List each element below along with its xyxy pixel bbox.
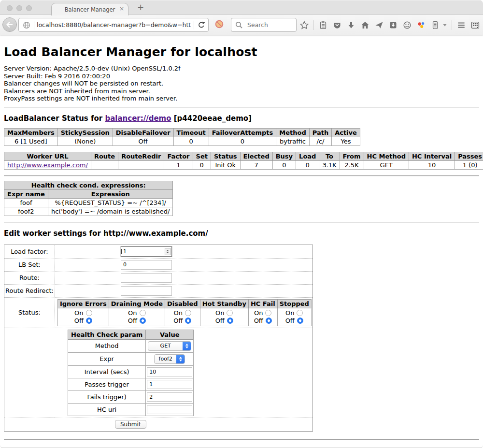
star-icon[interactable] bbox=[299, 20, 309, 30]
radio-off-ignore-errors[interactable] bbox=[86, 318, 92, 324]
expr-value: hc('body') =~ /domain is established/ bbox=[48, 207, 173, 216]
off-label: Off bbox=[128, 317, 137, 325]
color-dots-icon[interactable] bbox=[416, 20, 426, 30]
route-label: Route: bbox=[4, 271, 55, 284]
server-built-line: Server Built: Feb 9 2016 07:00:20 bbox=[4, 72, 479, 80]
passes-input[interactable] bbox=[147, 380, 192, 389]
cell-maxmembers: 6 [1 Used] bbox=[4, 137, 58, 145]
close-window-icon[interactable] bbox=[7, 5, 13, 11]
radio-on-hot-standby[interactable] bbox=[227, 310, 233, 316]
column-header: HC Interval bbox=[409, 152, 455, 160]
extension-icon[interactable] bbox=[388, 20, 398, 30]
hc-uri-input[interactable] bbox=[147, 405, 192, 414]
worker-url-link[interactable]: http://www.example.com/ bbox=[7, 161, 88, 169]
hc-params-table: Health Check param Value Method GET bbox=[68, 330, 194, 416]
minimize-window-icon[interactable] bbox=[16, 5, 22, 11]
interval-input[interactable] bbox=[147, 367, 192, 376]
url-bar[interactable]: localhost:8880/balancer-manager?b=demo&w… bbox=[18, 18, 209, 32]
load-factor-input[interactable]: 1 bbox=[121, 246, 172, 257]
radio-on-stopped[interactable] bbox=[297, 310, 303, 316]
cell-hc-method: GET bbox=[364, 160, 409, 169]
column-header: Method bbox=[276, 128, 309, 137]
lb-set-input[interactable] bbox=[121, 260, 172, 270]
select-stepper-icon bbox=[183, 341, 191, 351]
download-icon[interactable] bbox=[346, 20, 356, 30]
submit-button[interactable]: Submit bbox=[115, 420, 146, 429]
column-header: Passes bbox=[455, 152, 483, 160]
dropdown-caret-icon[interactable] bbox=[442, 23, 447, 28]
back-button[interactable] bbox=[2, 17, 17, 32]
radio-on-draining-mode[interactable] bbox=[140, 310, 146, 316]
expr-value: %{REQUEST_STATUS} =~ /^[234]/ bbox=[48, 198, 173, 207]
hc-param-row: Method GET bbox=[68, 339, 194, 352]
cell-busy: 0 bbox=[272, 160, 296, 169]
column-header: From bbox=[340, 152, 364, 160]
send-icon[interactable] bbox=[374, 20, 384, 30]
status-label: Status: bbox=[4, 297, 55, 328]
method-label: Method bbox=[68, 339, 146, 352]
reading-list-icon[interactable] bbox=[318, 20, 328, 30]
page-title: Load Balancer Manager for localhost bbox=[4, 45, 479, 59]
expr-select[interactable]: foof2 bbox=[154, 354, 185, 364]
radio-off-draining-mode[interactable] bbox=[140, 318, 146, 324]
column-header: Draining Mode bbox=[109, 299, 165, 308]
smiley-icon[interactable] bbox=[402, 20, 412, 30]
form-row-hc-params: Health Check param Value Method GET bbox=[4, 328, 313, 418]
radio-off-disabled[interactable] bbox=[185, 318, 191, 324]
radio-off-hot-standby[interactable] bbox=[227, 318, 233, 324]
cell-to: 3.1K bbox=[319, 160, 340, 169]
on-label: On bbox=[285, 309, 294, 317]
window-controls[interactable] bbox=[7, 5, 32, 11]
column-header: Stopped bbox=[277, 299, 311, 308]
divider bbox=[194, 21, 194, 29]
hc-expressions-title: Health check cond. expressions: bbox=[4, 181, 173, 189]
cell-method: bytraffic bbox=[276, 137, 309, 145]
route-redirect-label: Route Redirect: bbox=[4, 284, 55, 297]
route-redirect-input[interactable] bbox=[121, 286, 172, 296]
spinner-icon[interactable] bbox=[165, 248, 170, 255]
navigation-toolbar: localhost:8880/balancer-manager?b=demo&w… bbox=[0, 14, 483, 35]
fails-input[interactable] bbox=[147, 392, 192, 402]
hc-param-row: Passes trigger bbox=[68, 378, 194, 390]
menu-icon[interactable] bbox=[456, 20, 466, 30]
reload-icon[interactable] bbox=[197, 20, 206, 30]
balancer-params-table: MaxMembers StickySession DisableFailover… bbox=[4, 128, 360, 146]
radio-on-ignore-errors[interactable] bbox=[86, 310, 92, 316]
search-input[interactable] bbox=[246, 21, 290, 29]
cell-stickysession: (None) bbox=[57, 137, 113, 145]
interval-label: Interval (secs) bbox=[68, 365, 146, 378]
radio-off-stopped[interactable] bbox=[297, 318, 303, 324]
form-row-route-redirect: Route Redirect: bbox=[4, 284, 313, 297]
on-label: On bbox=[254, 309, 263, 317]
new-tab-button[interactable]: + bbox=[137, 2, 144, 12]
tab-balancer-manager[interactable]: Balancer Manager × bbox=[51, 3, 128, 15]
column-header: Timeout bbox=[173, 128, 209, 137]
tab-close-icon[interactable]: × bbox=[119, 5, 124, 12]
url-text[interactable]: localhost:8880/balancer-manager?b=demo&w… bbox=[37, 21, 191, 29]
cell-passes: 1 (0) bbox=[455, 160, 483, 169]
pocket-icon[interactable] bbox=[332, 20, 342, 30]
expr-name: foof bbox=[4, 198, 48, 207]
sidebar-icon[interactable] bbox=[430, 20, 440, 30]
column-header: RouteRedir bbox=[118, 152, 164, 160]
blocked-content-button[interactable] bbox=[214, 19, 224, 29]
route-input[interactable] bbox=[121, 273, 172, 283]
keyboard-grid-icon[interactable] bbox=[470, 20, 480, 30]
zoom-window-icon[interactable] bbox=[26, 5, 32, 11]
heading-text: [p4420eeae_demo] bbox=[171, 114, 252, 123]
column-header: Health Check param bbox=[68, 330, 146, 339]
hc-param-row: Expr foof2 bbox=[68, 352, 194, 365]
method-select[interactable]: GET bbox=[148, 341, 191, 351]
expr-select-value: foof2 bbox=[155, 356, 176, 362]
radio-on-hc-fail[interactable] bbox=[265, 310, 271, 316]
select-stepper-icon bbox=[176, 354, 185, 364]
radio-off-hc-fail[interactable] bbox=[266, 318, 272, 324]
divider bbox=[452, 20, 452, 30]
balancer-demo-link[interactable]: balancer://demo bbox=[105, 114, 171, 123]
home-icon[interactable] bbox=[360, 20, 370, 30]
cell-active: Yes bbox=[332, 137, 360, 145]
search-bar[interactable] bbox=[231, 18, 297, 32]
cell-set: 0 bbox=[193, 160, 211, 169]
page-content: Load Balancer Manager for localhost Serv… bbox=[0, 35, 483, 440]
radio-on-disabled[interactable] bbox=[185, 310, 191, 316]
